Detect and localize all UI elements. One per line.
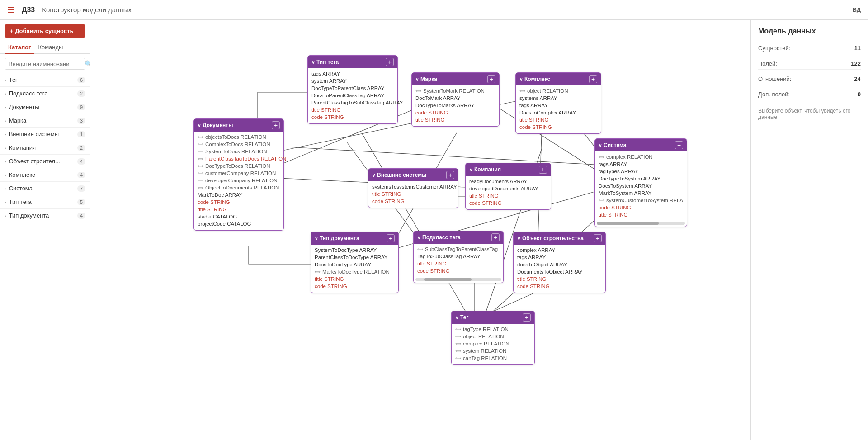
entity-add-field-button[interactable]: + [491, 233, 500, 241]
entity-field: code STRING [372, 198, 454, 205]
entity-add-field-button[interactable]: + [272, 121, 280, 129]
entity-horizontal-scrollbar[interactable] [597, 222, 685, 225]
entity-add-field-button[interactable]: + [589, 75, 597, 83]
entity-field: ⟺ DocTypeToDocs RELATION [198, 162, 280, 170]
entity-field: projectCode CATALOG [198, 220, 280, 227]
entity-add-field-button[interactable]: + [523, 313, 531, 322]
sidebar-item-label: Тип документа [9, 212, 77, 219]
entity-body: readyDocuments ARRAY developedDocuments … [466, 176, 551, 209]
right-panel-value: 11 [854, 45, 861, 52]
entity-field: title STRING [469, 192, 547, 199]
right-panel-row-relations: Отношений: 24 [758, 73, 861, 85]
search-input[interactable] [9, 61, 85, 67]
entity-sistema[interactable]: ∨ Система + ⟺ complex RELATION tags ARRA… [594, 138, 687, 227]
entity-title: Внешние системы [377, 172, 426, 178]
entity-field: DocTypeToMarks ARRAY [415, 102, 495, 109]
entity-field: DocsToDocType ARRAY [315, 261, 395, 268]
entity-body: ⟺ object RELATION systems ARRAY tags ARR… [516, 85, 601, 133]
sidebar-item-marka[interactable]: › Марка 3 [0, 114, 90, 128]
entity-field: code STRING [519, 123, 597, 131]
sidebar-item-teg[interactable]: › Тег 6 [0, 73, 90, 87]
sidebar-item-count: 3 [77, 118, 85, 124]
sidebar-item-label: Тег [9, 76, 77, 83]
entity-add-field-button[interactable]: + [487, 75, 495, 83]
entity-teg[interactable]: ∨ Тег + ⟺ tagType RELATION ⟺ object RELA… [451, 311, 535, 365]
entity-field: developedDocuments ARRAY [469, 185, 547, 192]
sidebar-item-sistema[interactable]: › Система 7 [0, 182, 90, 195]
entity-tip-tega[interactable]: ∨ Тип тега + tags ARRAY system ARRAY Doc… [307, 55, 398, 124]
entity-field: code STRING [315, 283, 395, 290]
entity-field: tags ARRAY [517, 254, 602, 261]
entity-title: Комплекс [524, 76, 550, 82]
entity-field: title STRING [417, 260, 500, 267]
entity-field: code STRING [198, 199, 280, 206]
sidebar-search-container: 🔍 [5, 58, 85, 70]
entity-field: ⟺ system RELATION [455, 347, 531, 355]
entity-header: ∨ Система + [595, 139, 687, 151]
chevron-right-icon: › [5, 132, 6, 137]
sidebar-item-kompaniya[interactable]: › Компания 2 [0, 141, 90, 155]
right-panel-label: Отношений: [758, 76, 791, 82]
entity-field: ⟺ SubClassTagToParentClassTag REL... [417, 246, 500, 253]
entity-podklass-tega[interactable]: ∨ Подкласс тега + ⟺ SubClassTagToParentC… [413, 231, 504, 283]
entity-field: ⟺ canTag RELATION [455, 355, 531, 362]
entity-kompaniya[interactable]: ∨ Компания + readyDocuments ARRAY develo… [465, 163, 551, 210]
entity-field: ⟺ ComplexToDocs RELATION [198, 141, 280, 148]
right-panel-label: Сущностей: [758, 45, 790, 52]
entity-vneshnie-sistemy[interactable]: ∨ Внешние системы + systemsTosystemsCust… [368, 168, 458, 208]
entity-body: ⟺ objectsToDocs RELATION ⟺ ComplexToDocs… [194, 132, 283, 230]
canvas-scroll[interactable]: ∨ Тип тега + tags ARRAY system ARRAY Doc… [90, 20, 750, 440]
sidebar-item-kompleks[interactable]: › Комплекс 4 [0, 168, 90, 182]
canvas-area[interactable]: ∨ Тип тега + tags ARRAY system ARRAY Doc… [90, 20, 750, 440]
sidebar-item-tip-tega[interactable]: › Тип тега 5 [0, 195, 90, 209]
entity-add-field-button[interactable]: + [386, 58, 394, 66]
entity-marka[interactable]: ∨ Марка + ⟺ SystemToMark RELATION DocToM… [411, 72, 500, 127]
entity-field: tags ARRAY [599, 161, 683, 168]
sidebar-item-vneshnie-sistemy[interactable]: › Внешние системы 1 [0, 128, 90, 141]
entity-header: ∨ Внешние системы + [368, 169, 458, 181]
entity-add-field-button[interactable]: + [539, 166, 547, 174]
entity-add-field-button[interactable]: + [594, 234, 602, 242]
sidebar-item-obekt-stroitel[interactable]: › Объект строител... 4 [0, 155, 90, 168]
user-initials: ВД [853, 6, 861, 13]
sidebar-item-label: Подкласс тега [9, 90, 77, 97]
entity-field: ⟺ tagType RELATION [455, 326, 531, 333]
tab-catalog[interactable]: Каталог [5, 41, 34, 54]
entity-tip-dokumenta[interactable]: ∨ Тип документа + SystemToDocType ARRAY … [311, 232, 399, 293]
menu-icon[interactable]: ☰ [7, 5, 14, 15]
entity-add-field-button[interactable]: + [446, 171, 454, 179]
sidebar-item-tip-dokumenta[interactable]: › Тип документа 4 [0, 209, 90, 222]
sidebar-item-podklass-tega[interactable]: › Подкласс тега 2 [0, 87, 90, 100]
entity-title: Тип тега [316, 59, 339, 65]
add-entity-button[interactable]: + Добавить сущность [5, 24, 85, 38]
entity-obekt-stroitelstva[interactable]: ∨ Объект строительства + complex ARRAY t… [513, 232, 606, 293]
entity-kompleks[interactable]: ∨ Комплекс + ⟺ object RELATION systems A… [515, 72, 601, 134]
entity-field: title STRING [519, 116, 597, 123]
entity-field: ⟺ object RELATION [455, 333, 531, 340]
app-logo: Д33 [22, 6, 35, 14]
entity-field: ⟺ developerCompany RELATION [198, 177, 280, 184]
entity-title: Система [604, 142, 627, 148]
sidebar-item-count: 5 [77, 199, 85, 205]
right-panel-value: 24 [854, 76, 861, 82]
entity-field: ⟺ customerCompany RELATION [198, 170, 280, 177]
entity-dokumenty[interactable]: ∨ Документы + ⟺ objectsToDocs RELATION ⟺… [193, 118, 284, 231]
entity-field: title STRING [599, 211, 683, 218]
entity-add-field-button[interactable]: + [675, 141, 683, 149]
entity-add-field-button[interactable]: + [387, 234, 395, 242]
tab-commands[interactable]: Команды [34, 41, 66, 54]
entity-field: stadia CATALOG [198, 213, 280, 220]
sidebar-tabs: Каталог Команды [0, 41, 90, 54]
entity-field: ⟺ complex RELATION [455, 340, 531, 347]
entity-field: ⟺ systemCustomerToSystem RELATIC [599, 197, 683, 204]
entity-field: code STRING [417, 267, 500, 274]
chevron-right-icon: › [5, 145, 6, 151]
sidebar-item-count: 6 [77, 77, 85, 83]
entity-field: ParentClassTagToSubClassTag ARRAY [311, 99, 394, 106]
entity-field: title STRING [315, 275, 395, 283]
entity-horizontal-scrollbar[interactable] [415, 278, 501, 281]
sidebar-item-count: 4 [77, 158, 85, 165]
sidebar-item-dokumenty[interactable]: › Документы 9 [0, 100, 90, 114]
sidebar-item-count: 9 [77, 104, 85, 110]
sidebar-item-label: Марка [9, 117, 77, 124]
